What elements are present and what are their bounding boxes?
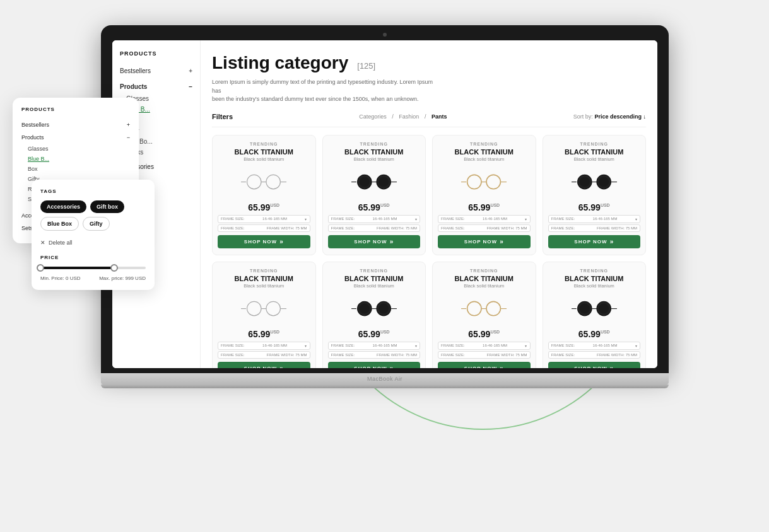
breadcrumb-sep2: / — [425, 113, 428, 120]
price-slider-track[interactable] — [40, 267, 146, 269]
outer-sub-bluebox[interactable]: Blue B... — [28, 154, 130, 164]
shop-arrow-2: » — [500, 238, 504, 245]
outer-sub-box[interactable]: Box — [28, 164, 130, 174]
breadcrumb-categories[interactable]: Categories — [359, 113, 387, 120]
outer-bestsellers-item[interactable]: Bestsellers + — [21, 119, 130, 131]
shop-now-button-1[interactable]: SHOP NOW » — [328, 235, 421, 248]
sort-area: Sort by: Price descending ↓ — [573, 113, 646, 120]
product-card-0[interactable]: TRENDINGBLACK TITANIUMBlack solid titani… — [212, 135, 316, 255]
breadcrumb-fashion[interactable]: Fashion — [399, 113, 419, 120]
shop-arrow-1: » — [390, 238, 394, 245]
product-image-7 — [548, 292, 641, 325]
svg-point-39 — [486, 301, 500, 315]
shop-now-button-6[interactable]: SHOP NOW » — [438, 362, 531, 368]
delete-all-btn[interactable]: ✕ Delete all — [40, 240, 146, 246]
shop-now-button-3[interactable]: SHOP NOW » — [548, 235, 641, 248]
product-card-7[interactable]: TRENDINGBLACK TITANIUMBlack solid titani… — [543, 262, 647, 368]
breadcrumb: Categories / Fashion / Pants — [357, 113, 449, 120]
tag-accessories[interactable]: Accessories — [40, 200, 86, 213]
product-subtitle-2: Black solid titanium — [438, 156, 531, 162]
product-price-5: 65.99USD — [328, 329, 421, 339]
outer-sidebar-title: PRODUCTS — [21, 107, 130, 112]
product-name-2: BLACK TITANIUM — [438, 148, 531, 156]
scene: PRODUCTS Bestsellers + Products − — [0, 0, 769, 532]
price-labels: Min. Price: 0 USD Max. price: 999 USD — [40, 275, 146, 281]
shop-now-button-5[interactable]: SHOP NOW » — [328, 362, 421, 368]
price-slider-thumb-left[interactable] — [37, 264, 44, 272]
page-title-area: Listing category [125] — [212, 53, 646, 73]
price-slider-thumb-right[interactable] — [110, 264, 118, 272]
outer-sidebar-panel: PRODUCTS Bestsellers + Products − Glasse… — [13, 98, 139, 243]
product-subtitle-5: Black solid titanium — [328, 283, 421, 289]
page-title-text: Listing category — [212, 53, 348, 73]
laptop-screen-outer: PRODUCTS Bestsellers + Products − — [101, 25, 669, 373]
product-image-6 — [438, 292, 531, 325]
filter-label[interactable]: Filters — [212, 113, 233, 120]
delete-all-x: ✕ — [40, 240, 45, 246]
delete-all-label: Delete all — [49, 240, 73, 246]
sidebar-item-bestsellers[interactable]: Bestsellers + — [120, 64, 192, 78]
sidebar-item-products[interactable]: Products − — [120, 80, 192, 93]
tags-section-title: TAGS — [40, 188, 146, 194]
sidebar-products-title: PRODUCTS — [120, 50, 192, 57]
outer-sub-glasses[interactable]: Glasses — [28, 144, 130, 154]
tag-bluebox[interactable]: Blue Box — [40, 217, 79, 231]
frame-size-row2-5: FRAME SIZE:FRAME WIDTH: 75 MM — [328, 351, 421, 359]
shop-arrow-7: » — [610, 365, 614, 368]
product-image-5 — [328, 292, 421, 325]
frame-size-row1-7: FRAME SIZE:16-46-165 MM▾ — [548, 342, 641, 350]
page-desc-line1: Lorem Ipsum is simply dummy text of the … — [212, 79, 433, 94]
frame-size-row1-1: FRAME SIZE:16-46-165 MM▾ — [328, 215, 421, 223]
outer-products-item[interactable]: Products − — [21, 131, 130, 144]
product-subtitle-0: Black solid titanium — [218, 156, 310, 162]
product-price-3: 65.99USD — [548, 202, 641, 212]
shop-arrow-3: » — [610, 238, 614, 245]
frame-size-row1-3: FRAME SIZE:16-46-165 MM▾ — [548, 215, 641, 223]
filter-tags-panel: TAGS Accessories Gift box Blue Box Gifty… — [32, 180, 155, 290]
product-name-6: BLACK TITANIUM — [438, 275, 531, 283]
svg-point-43 — [580, 303, 590, 313]
shop-arrow-0: » — [279, 238, 284, 245]
breadcrumb-sep1: / — [392, 113, 395, 120]
product-badge-2: TRENDING — [438, 142, 531, 146]
tag-gifty[interactable]: Gifty — [83, 217, 110, 231]
laptop-camera — [383, 33, 387, 37]
svg-point-13 — [467, 175, 481, 188]
shop-now-button-4[interactable]: SHOP NOW » — [218, 362, 310, 368]
svg-point-19 — [580, 176, 590, 187]
shop-now-button-0[interactable]: SHOP NOW » — [218, 235, 310, 248]
tag-giftbox[interactable]: Gift box — [90, 200, 124, 213]
shop-now-button-2[interactable]: SHOP NOW » — [438, 235, 531, 248]
product-subtitle-6: Black solid titanium — [438, 283, 531, 289]
product-price-4: 65.99USD — [218, 329, 310, 339]
svg-point-10 — [379, 176, 389, 187]
product-card-3[interactable]: TRENDINGBLACK TITANIUMBlack solid titani… — [543, 135, 647, 255]
product-card-4[interactable]: TRENDINGBLACK TITANIUMBlack solid titani… — [212, 262, 316, 368]
svg-point-3 — [266, 175, 280, 188]
sidebar-products-label: Products — [120, 83, 147, 90]
frame-size-row1-4: FRAME SIZE:16-46-165 MM▾ — [218, 342, 310, 350]
outer-bestsellers-plus: + — [127, 122, 130, 128]
frame-size-row2-4: FRAME SIZE:FRAME WIDTH: 75 MM — [218, 351, 310, 359]
product-badge-6: TRENDING — [438, 269, 531, 273]
product-card-2[interactable]: TRENDINGBLACK TITANIUMBlack solid titani… — [432, 135, 536, 255]
svg-point-25 — [247, 301, 261, 315]
svg-point-15 — [486, 175, 500, 188]
product-name-5: BLACK TITANIUM — [328, 275, 421, 283]
svg-point-37 — [467, 301, 481, 315]
sort-value[interactable]: Price descending ↓ — [594, 113, 646, 120]
laptop-wrapper: PRODUCTS Bestsellers + Products − — [101, 25, 669, 388]
product-card-6[interactable]: TRENDINGBLACK TITANIUMBlack solid titani… — [432, 262, 536, 368]
product-name-4: BLACK TITANIUM — [218, 275, 310, 283]
laptop-base — [101, 373, 669, 385]
breadcrumb-pants[interactable]: Pants — [431, 113, 447, 120]
max-price-label: Max. price: 999 USD — [99, 275, 146, 281]
product-price-0: 65.99USD — [218, 202, 310, 212]
product-badge-1: TRENDING — [328, 142, 421, 146]
svg-point-1 — [247, 175, 261, 188]
shop-now-button-7[interactable]: SHOP NOW » — [548, 362, 641, 368]
product-card-1[interactable]: TRENDINGBLACK TITANIUMBlack solid titani… — [322, 135, 426, 255]
product-price-1: 65.99USD — [328, 202, 421, 212]
product-card-5[interactable]: TRENDINGBLACK TITANIUMBlack solid titani… — [322, 262, 426, 368]
product-price-7: 65.99USD — [548, 329, 641, 339]
